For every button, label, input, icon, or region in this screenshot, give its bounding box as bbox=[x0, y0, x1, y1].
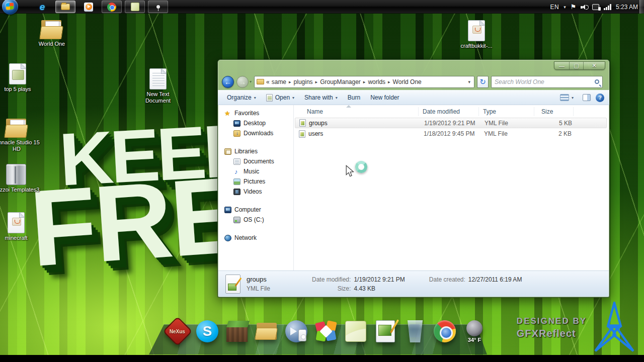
breadcrumb-groupmanager[interactable]: GroupManager bbox=[320, 78, 361, 85]
chevron-down-icon: ▾ bbox=[336, 96, 338, 100]
sidebar-item-libraries[interactable]: Libraries bbox=[218, 146, 293, 156]
search-icon bbox=[595, 79, 599, 84]
sidebar-item-pictures[interactable]: Pictures bbox=[218, 176, 293, 187]
yml-file-icon bbox=[299, 119, 306, 127]
column-header-size[interactable]: Size bbox=[534, 107, 574, 116]
desktop-icon-craftbukkit[interactable]: craftbukkit-... bbox=[452, 20, 501, 49]
dock-item-chrome[interactable] bbox=[433, 318, 456, 344]
start-button[interactable] bbox=[2, 0, 18, 15]
dock-item-weather[interactable]: 34° F bbox=[463, 318, 486, 344]
dock: NeXus S 34° F bbox=[149, 324, 487, 354]
burn-button[interactable]: Burn bbox=[344, 92, 364, 103]
desktop-icon-pinnacle-studio[interactable]: Pinnacle Studio 15 HD bbox=[0, 119, 41, 152]
desktop-icon-new-text-document[interactable]: New Text Document bbox=[134, 68, 182, 104]
maximize-button[interactable]: ▢ bbox=[570, 62, 584, 69]
star-icon bbox=[224, 110, 231, 117]
show-desktop-button[interactable] bbox=[639, 0, 644, 14]
new-folder-button[interactable]: New folder bbox=[366, 92, 403, 103]
dock-item-skype[interactable]: S bbox=[196, 318, 219, 344]
sidebar-label: Network bbox=[234, 234, 257, 241]
organize-button[interactable]: Organize ▾ bbox=[223, 92, 260, 103]
taskbar-item-notes[interactable] bbox=[125, 1, 145, 13]
sidebar-item-videos[interactable]: Videos bbox=[218, 187, 293, 197]
preview-pane-button[interactable] bbox=[583, 94, 591, 101]
minimize-button[interactable]: — bbox=[554, 62, 570, 69]
taskbar-item-internet-explorer[interactable]: e bbox=[32, 1, 52, 13]
forward-button[interactable]: → bbox=[236, 76, 249, 88]
dock-item-photos[interactable] bbox=[314, 318, 338, 344]
taskbar-item-media-player[interactable] bbox=[78, 1, 99, 13]
device-icon[interactable] bbox=[592, 4, 599, 10]
breadcrumb-world-one[interactable]: World One bbox=[393, 78, 422, 85]
breadcrumb-same[interactable]: same bbox=[272, 78, 286, 85]
desktop-icon-label: Pinnacle Studio 15 HD bbox=[0, 139, 41, 152]
sidebar-item-documents[interactable]: Documents bbox=[218, 156, 293, 166]
photos-icon bbox=[315, 320, 337, 342]
app-box-icon bbox=[6, 164, 26, 185]
sidebar-item-desktop[interactable]: Desktop bbox=[218, 118, 293, 128]
taskbar-item-pinned-tool[interactable] bbox=[148, 1, 168, 13]
clock[interactable]: 5:23 AM bbox=[616, 4, 638, 11]
nexus-label: NeXus bbox=[170, 329, 185, 334]
forward-icon: → bbox=[239, 78, 246, 86]
internet-explorer-icon: e bbox=[40, 2, 45, 13]
desktop-icon-world-one[interactable]: World One bbox=[28, 20, 76, 47]
open-label: Open bbox=[275, 94, 290, 101]
share-with-button[interactable]: Share with ▾ bbox=[300, 92, 342, 103]
volume-icon[interactable] bbox=[581, 4, 588, 10]
desktop-icon-minecraft[interactable]: minecraft bbox=[0, 212, 40, 241]
taskbar-item-chrome[interactable] bbox=[102, 1, 122, 13]
action-center-flag-icon[interactable]: ⚑ bbox=[571, 4, 577, 10]
windows-logo-icon bbox=[6, 3, 14, 10]
selected-file-icon bbox=[225, 275, 240, 294]
file-row-groups[interactable]: groups 1/19/2012 9:21 PM YML File 5 KB bbox=[295, 118, 607, 128]
sidebar-item-network[interactable]: Network bbox=[218, 233, 293, 243]
breadcrumb-worlds[interactable]: worlds bbox=[368, 78, 385, 85]
details-size-value: 4.43 KB bbox=[354, 285, 405, 292]
credit-watermark: Designed By GFXReflect bbox=[517, 302, 637, 354]
file-name: groups bbox=[309, 120, 328, 127]
desktop-icon-top-5-plays[interactable]: top 5 plays bbox=[0, 63, 42, 93]
file-row-users[interactable]: users 1/18/2012 9:45 PM YML File 2 KB bbox=[295, 129, 607, 139]
taskbar-item-explorer[interactable] bbox=[55, 1, 75, 13]
language-indicator[interactable]: EN bbox=[550, 4, 559, 11]
minecraft-icon bbox=[226, 321, 248, 342]
search-box[interactable]: Search World One bbox=[491, 76, 603, 88]
chevron-down-icon: ▾ bbox=[254, 96, 256, 100]
desktop-icon-dazzoi-templates[interactable]: Dazzoi Templates3 bbox=[0, 164, 40, 193]
close-button[interactable]: ✕ bbox=[584, 62, 605, 69]
column-header-type[interactable]: Type bbox=[479, 107, 534, 116]
dock-item-folder[interactable] bbox=[255, 318, 278, 344]
sidebar-item-music[interactable]: Music bbox=[218, 166, 293, 176]
file-type: YML File bbox=[480, 120, 536, 127]
column-header-name[interactable]: Name bbox=[294, 107, 419, 116]
sidebar-item-favorites[interactable]: Favorites bbox=[218, 108, 293, 118]
dock-item-notes[interactable] bbox=[344, 318, 367, 344]
breadcrumb-plugins[interactable]: plugins bbox=[294, 78, 313, 85]
back-button[interactable]: ← bbox=[222, 76, 234, 88]
dock-item-minecraft[interactable] bbox=[225, 318, 249, 344]
address-bar[interactable]: « same ▸ plugins ▸ GroupManager ▸ worlds… bbox=[254, 76, 474, 88]
open-button[interactable]: Open ▾ bbox=[262, 92, 298, 104]
help-button[interactable]: ? bbox=[596, 94, 604, 102]
refresh-button[interactable]: ↻ bbox=[477, 76, 489, 88]
column-header-date-modified[interactable]: Date modified bbox=[419, 107, 479, 116]
dock-item-nexus[interactable]: NeXus bbox=[166, 318, 189, 344]
dock-item-image-editor[interactable] bbox=[374, 318, 397, 344]
network-signal-icon[interactable] bbox=[604, 4, 611, 10]
history-dropdown-icon[interactable]: ▾ bbox=[250, 79, 252, 84]
change-view-button[interactable]: ▾ bbox=[556, 92, 578, 103]
window-titlebar[interactable]: — ▢ ✕ bbox=[218, 60, 609, 73]
downloads-icon bbox=[233, 130, 240, 137]
dock-item-media-player[interactable] bbox=[285, 318, 308, 344]
sidebar-item-computer[interactable]: Computer bbox=[218, 205, 293, 215]
sidebar-item-os-c[interactable]: OS (C:) bbox=[218, 215, 293, 225]
details-pane: groups YML File Date modified: 1/19/2012… bbox=[218, 270, 609, 297]
sidebar-item-downloads[interactable]: Downloads bbox=[218, 128, 293, 138]
sidebar-label: Libraries bbox=[234, 148, 258, 155]
mouse-cursor bbox=[345, 161, 367, 179]
top-taskbar: e EN ▾ ⚑ 5:23 AM bbox=[0, 0, 644, 14]
tray-chevron-icon[interactable]: ▾ bbox=[564, 5, 566, 10]
dock-item-recycle-bin[interactable] bbox=[404, 318, 427, 344]
address-dropdown-icon[interactable]: ▾ bbox=[466, 79, 472, 84]
